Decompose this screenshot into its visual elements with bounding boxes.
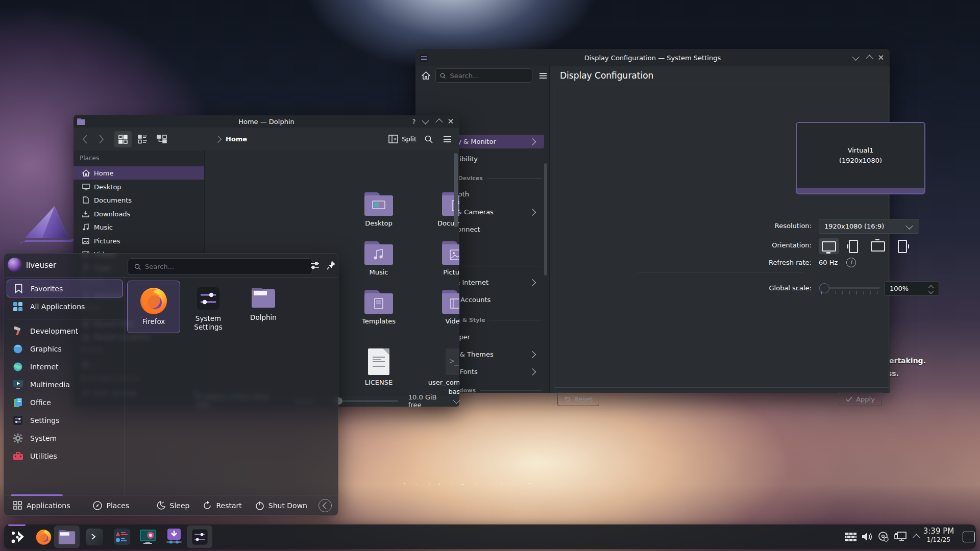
back-button[interactable] <box>78 132 92 146</box>
apply-button[interactable]: Apply <box>839 392 882 406</box>
split-button[interactable]: Split <box>388 135 416 143</box>
orientation-landscape-flipped-button[interactable] <box>868 238 888 254</box>
minimize-button[interactable] <box>852 53 861 62</box>
toolbox-icon <box>13 452 23 461</box>
category-utilities[interactable]: Utilities <box>7 447 122 464</box>
configure-icon[interactable] <box>310 261 320 270</box>
minimize-button[interactable] <box>422 117 431 126</box>
home-button[interactable] <box>420 69 432 82</box>
file-desktop[interactable]: Desktop <box>343 192 414 228</box>
avatar[interactable] <box>8 258 22 272</box>
file-music[interactable]: Music <box>343 241 414 277</box>
settings-search-input[interactable] <box>449 71 532 80</box>
taskbar-dolphin[interactable] <box>54 525 80 548</box>
sleep-button[interactable]: zz Sleep <box>156 500 190 510</box>
file-pictures[interactable]: Pictures <box>421 241 459 277</box>
network-icon <box>894 532 906 542</box>
orientation-portrait-button[interactable] <box>843 238 864 254</box>
icons-view-button[interactable] <box>114 131 132 147</box>
tab-applications[interactable]: Applications <box>13 501 70 510</box>
sidebar-separator <box>8 319 120 319</box>
system-settings-titlebar[interactable]: Display Configuration — System Settings … <box>415 49 890 66</box>
favorite-dolphin[interactable]: Dolphin <box>237 281 289 332</box>
menu-button[interactable] <box>536 69 549 82</box>
sidebar-scrollbar[interactable] <box>544 163 547 276</box>
orientation-portrait-flipped-button[interactable] <box>892 238 913 254</box>
tray-disc[interactable] <box>876 524 891 549</box>
spin-down-icon[interactable] <box>928 289 934 294</box>
favorite-firefox[interactable]: Firefox <box>127 281 180 333</box>
menu-button[interactable] <box>440 132 454 146</box>
launcher-search-field[interactable] <box>128 258 312 275</box>
search-button[interactable] <box>422 132 436 146</box>
monitor-preview[interactable]: Virtual1 (980x551) <box>796 122 925 194</box>
show-desktop-button[interactable] <box>963 532 975 542</box>
breadcrumb[interactable]: Home <box>226 135 247 143</box>
taskbar-screenshot[interactable] <box>135 525 160 548</box>
category-all-applications[interactable]: All Applications <box>7 298 122 315</box>
category-internet[interactable]: Internet <box>7 358 122 375</box>
chevron-down-icon[interactable] <box>453 397 460 404</box>
scale-spinbox[interactable]: 100% <box>884 281 939 296</box>
category-graphics[interactable]: Graphics <box>7 340 122 357</box>
collapse-button[interactable] <box>318 499 332 512</box>
close-button[interactable]: ✕ <box>876 53 886 62</box>
settings-search-field[interactable] <box>435 68 532 83</box>
window-title: Display Configuration — System Settings <box>415 54 890 62</box>
details-view-button[interactable] <box>153 131 170 147</box>
category-multimedia[interactable]: Multimedia <box>7 376 122 393</box>
file-videos[interactable]: Videos <box>421 290 459 326</box>
forward-button[interactable] <box>94 132 108 146</box>
chevron-right-icon <box>529 138 536 145</box>
restart-button[interactable]: Restart <box>203 501 241 510</box>
tray-volume[interactable] <box>860 524 875 549</box>
taskbar-konsole[interactable] <box>82 525 107 548</box>
pin-icon[interactable] <box>327 260 336 270</box>
close-button[interactable]: ✕ <box>446 117 455 126</box>
maximize-button[interactable] <box>434 117 443 126</box>
category-settings[interactable]: Settings <box>7 412 122 429</box>
folder-icon <box>364 195 393 216</box>
resolution-dropdown[interactable]: 980x551 (16:9) <box>819 219 919 234</box>
compact-view-button[interactable] <box>134 131 151 147</box>
globe-icon <box>13 362 23 372</box>
category-development[interactable]: Development <box>7 322 122 339</box>
taskbar-system-settings[interactable] <box>187 525 212 548</box>
form-separator <box>638 272 803 272</box>
file-user-commands[interactable]: >_ user_commands.bash <box>421 348 459 395</box>
desktop: ertaking. ss. Display Configuration — Sy… <box>0 0 980 551</box>
category-office[interactable]: Office <box>7 394 122 411</box>
clock-date: 1/12/25 <box>921 536 957 544</box>
info-icon[interactable]: i <box>846 258 856 267</box>
shutdown-button[interactable]: Shut Down <box>255 501 307 510</box>
file-license[interactable]: LICENSE <box>343 348 414 387</box>
tray-network[interactable] <box>892 524 909 549</box>
favorite-system-settings[interactable]: System Settings <box>182 281 234 332</box>
launcher-search-input[interactable] <box>144 262 312 271</box>
place-music[interactable]: Music <box>74 220 204 234</box>
places-header: Places <box>80 155 99 162</box>
file-templates[interactable]: Templates <box>343 290 414 326</box>
taskbar-eos-welcome[interactable] <box>109 525 135 548</box>
taskbar-updater[interactable] <box>161 525 187 548</box>
category-system[interactable]: System <box>7 430 122 446</box>
place-pictures[interactable]: Pictures <box>74 234 204 247</box>
reset-button[interactable]: Reset <box>557 392 599 406</box>
place-home[interactable]: Home <box>74 166 204 180</box>
file-view-scrollbar[interactable] <box>454 153 458 227</box>
resolution-label: Resolution: <box>730 222 812 230</box>
orientation-landscape-button[interactable] <box>819 238 839 254</box>
app-launcher-button[interactable] <box>6 525 32 548</box>
place-desktop[interactable]: Desktop <box>74 180 204 193</box>
tab-places[interactable]: Places <box>93 501 130 510</box>
tray-firewall[interactable] <box>843 524 859 549</box>
digital-clock[interactable]: 3:39 PM 1/12/25 <box>921 527 957 544</box>
category-favorites[interactable]: Favorites <box>7 280 123 297</box>
place-documents[interactable]: Documents <box>74 193 204 207</box>
dolphin-titlebar[interactable]: Home — Dolphin ? ✕ <box>74 115 459 128</box>
help-button[interactable]: ? <box>409 117 419 126</box>
taskbar-firefox[interactable] <box>31 525 56 548</box>
maximize-button[interactable] <box>864 53 873 62</box>
place-downloads[interactable]: Downloads <box>74 207 204 220</box>
breadcrumb-chevron-icon <box>214 135 222 142</box>
